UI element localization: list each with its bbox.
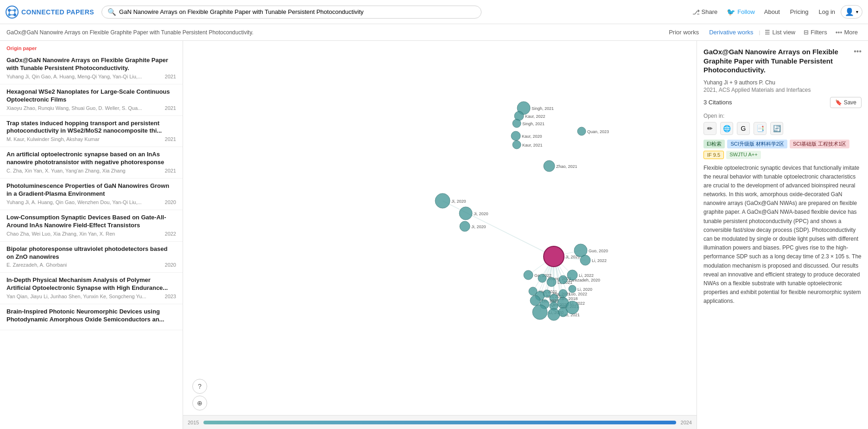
paper-item[interactable]: Hexagonal WSe2 Nanoplates for Large-Scal…	[0, 84, 183, 116]
top-nav: CONNECTED PAPERS 🔍 ⎇ Share 🐦 Follow Abou…	[0, 0, 868, 24]
focus-button[interactable]: ⊕	[192, 396, 207, 410]
svg-point-53	[559, 289, 567, 298]
svg-point-60	[548, 308, 560, 320]
paper-title: GaOx@GaN Nanowire Arrays on Flexible Gra…	[6, 57, 176, 72]
graph-node-label: Li, 2020	[577, 287, 592, 292]
open-icons: ✏ 🌐 G 📑 🔄	[703, 122, 862, 135]
filters-button[interactable]: ⊟ Filters	[800, 27, 830, 38]
paper-meta: Yuhang Ji, Qin Gao, A. Huang, Meng-Qi Ya…	[6, 74, 176, 79]
paper-item[interactable]: Low-Consumption Synaptic Devices Based o…	[0, 210, 183, 242]
derivative-works-label: Derivative works	[709, 29, 753, 36]
graph-node[interactable]: Li, 2022	[580, 255, 607, 265]
logo-icon	[6, 6, 19, 19]
list-view-button[interactable]: ☰ List view	[761, 27, 799, 38]
graph-node[interactable]: Guo, 2020	[574, 244, 608, 257]
share-button[interactable]: ⎇ Share	[688, 6, 722, 19]
graph-node[interactable]: Ji, 2020	[459, 207, 488, 220]
graph-node[interactable]: Singh, 2021	[517, 102, 554, 115]
pricing-label: Pricing	[790, 8, 809, 15]
svg-point-38	[435, 193, 450, 208]
graph-node-label: Singh, 2021	[532, 106, 554, 111]
paper-detail-more-button[interactable]: •••	[854, 47, 862, 56]
more-button[interactable]: ••• More	[832, 27, 862, 38]
search-input[interactable]	[119, 8, 475, 15]
breadcrumb: GaOx@GaN Nanowire Arrays on Flexible Gra…	[6, 29, 662, 36]
share-label: Share	[702, 8, 718, 15]
paper-item[interactable]: GaOx@GaN Nanowire Arrays on Flexible Gra…	[0, 53, 183, 84]
paper-meta: Yan Qian, Jiayu Li, Junhao Shen, Yunxin …	[6, 294, 176, 299]
open-link-2[interactable]: 🌐	[720, 122, 733, 135]
graph-node[interactable]: Kaur, 2020	[511, 131, 542, 141]
graph-node[interactable]	[566, 301, 579, 314]
filters-label: Filters	[811, 29, 827, 36]
paper-detail-journal: 2021, ACS Applied Materials and Interfac…	[703, 87, 862, 93]
graph-node[interactable]: Kaur, 2022	[514, 111, 545, 121]
paper-year: 2021	[165, 168, 176, 173]
graph-node[interactable]: Kaur, 2021	[513, 141, 543, 149]
login-button[interactable]: Log in	[814, 6, 840, 18]
about-button[interactable]: About	[760, 6, 785, 18]
paper-item[interactable]: Trap states induced hopping transport an…	[0, 116, 183, 147]
graph-node-label: Ji, 2020	[471, 224, 486, 229]
twitter-icon: 🐦	[727, 8, 735, 16]
second-row: GaOx@GaN Nanowire Arrays on Flexible Gra…	[0, 24, 868, 41]
paper-item[interactable]: Photoluminescence Properties of GaN Nano…	[0, 179, 183, 210]
open-link-4[interactable]: 📑	[754, 122, 767, 135]
tags-row: EI检索SCI升级版 材料科学2区SCI基础版 工程技术1区IF 9.5SWJT…	[703, 140, 862, 159]
tag: SWJTU A++	[726, 151, 761, 159]
tag: IF 9.5	[703, 151, 724, 159]
svg-point-51	[543, 290, 551, 297]
derivative-works-button[interactable]: Derivative works	[704, 27, 758, 38]
paper-year: 2021	[165, 74, 176, 79]
paper-title: Brain-Inspired Photonic Neuromorphic Dev…	[6, 308, 176, 324]
open-in-label: Open in:	[703, 113, 862, 119]
follow-button[interactable]: 🐦 Follow	[723, 5, 759, 19]
graph-node[interactable]: Singh, 2021	[513, 119, 545, 128]
graph-controls: ? ⊕	[192, 379, 207, 410]
center-graph[interactable]: Singh, 2021Kaur, 2022Singh, 2021Kaur, 20…	[183, 41, 697, 429]
pricing-button[interactable]: Pricing	[786, 6, 813, 18]
more-label: More	[844, 29, 858, 36]
svg-point-35	[513, 141, 521, 149]
svg-point-59	[532, 305, 547, 320]
prior-works-label: Prior works	[669, 29, 699, 36]
open-link-3[interactable]: G	[737, 122, 750, 135]
prior-works-button[interactable]: Prior works	[664, 27, 703, 38]
graph-node-label: Kaur, 2021	[522, 143, 543, 147]
user-menu-button[interactable]: 👤 ▾	[841, 5, 862, 19]
graph-node-label: Ji, 2020	[451, 199, 466, 204]
logo[interactable]: CONNECTED PAPERS	[6, 6, 94, 19]
paper-year: 2020	[165, 262, 176, 268]
paper-item[interactable]: An artificial optoelectronic synapse bas…	[0, 147, 183, 179]
list-view-icon: ☰	[765, 29, 770, 36]
paper-title: Photoluminescence Properties of GaN Nano…	[6, 182, 176, 198]
timeline-start: 2015	[188, 420, 199, 425]
bookmark-icon: 🔖	[835, 99, 842, 106]
main-layout: Origin paper GaOx@GaN Nanowire Arrays on…	[0, 41, 868, 429]
graph-node[interactable]: Li, 2020	[569, 285, 592, 293]
svg-point-48	[567, 270, 577, 280]
paper-item[interactable]: In-Depth Physical Mechanism Analysis of …	[0, 273, 183, 304]
graph-node-label: Singh, 2021	[522, 122, 545, 126]
graph-node[interactable]: Ji, 2020	[460, 221, 486, 231]
timeline-track[interactable]	[203, 421, 676, 424]
paper-item[interactable]: Bipolar photoresponse ultraviolet photod…	[0, 242, 183, 273]
open-link-5[interactable]: 🔄	[770, 122, 783, 135]
svg-point-33	[513, 119, 521, 128]
nav-actions: ⎇ Share 🐦 Follow About Pricing Log in 👤 …	[688, 5, 862, 19]
svg-point-62	[566, 301, 579, 314]
paper-item[interactable]: Brain-Inspired Photonic Neuromorphic Dev…	[0, 304, 183, 330]
separator: |	[759, 30, 760, 35]
help-button[interactable]: ?	[192, 379, 207, 394]
graph-node[interactable]: Quan, 2023	[577, 127, 609, 135]
graph-svg: Singh, 2021Kaur, 2022Singh, 2021Kaur, 20…	[183, 41, 697, 429]
graph-node[interactable]: Ji, 2020	[435, 193, 466, 208]
svg-point-43	[580, 255, 590, 265]
paper-year: 2022	[165, 231, 176, 237]
search-bar[interactable]: 🔍	[101, 6, 482, 19]
graph-node[interactable]: Zhao, 2021	[544, 160, 577, 172]
graph-node-label: Quan, 2023	[587, 129, 609, 134]
save-button[interactable]: 🔖 Save	[830, 97, 862, 108]
svg-point-46	[547, 277, 556, 287]
open-link-1[interactable]: ✏	[703, 122, 716, 135]
